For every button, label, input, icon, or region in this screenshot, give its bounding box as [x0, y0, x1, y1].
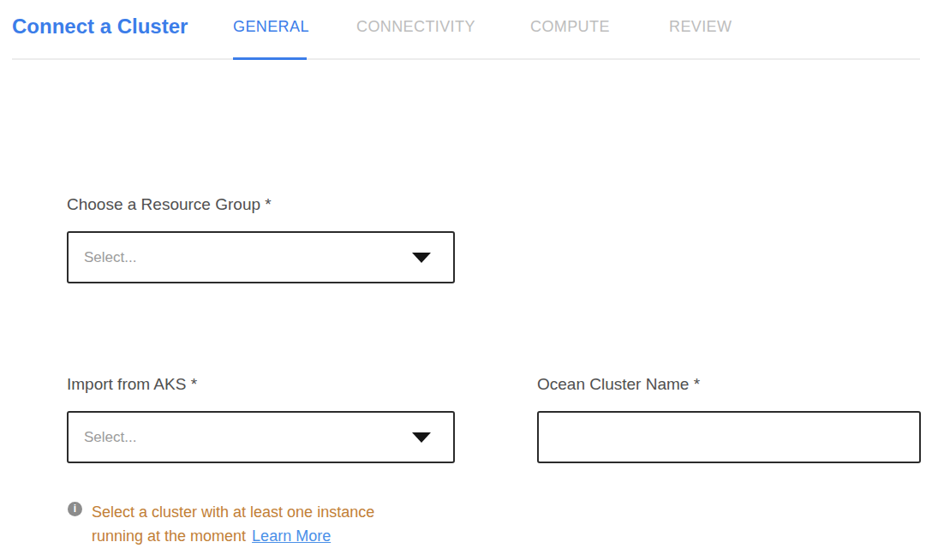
info-message-text: Select a cluster with at least one insta… — [92, 503, 374, 545]
info-icon: i — [68, 502, 82, 516]
tab-review[interactable]: REVIEW — [669, 18, 732, 36]
connect-cluster-page: Connect a Cluster GENERAL CONNECTIVITY C… — [0, 0, 932, 560]
active-tab-underline — [233, 57, 307, 60]
resource-group-label: Choose a Resource Group * — [67, 195, 272, 214]
import-aks-select[interactable]: Select... — [67, 411, 455, 463]
chevron-down-icon — [412, 432, 431, 443]
page-title: Connect a Cluster — [12, 15, 188, 39]
tab-general[interactable]: GENERAL — [233, 18, 309, 36]
resource-group-placeholder: Select... — [84, 249, 136, 266]
learn-more-link[interactable]: Learn More — [252, 527, 331, 545]
chevron-down-icon — [412, 253, 431, 263]
header-divider — [12, 58, 920, 60]
import-aks-placeholder: Select... — [84, 429, 136, 446]
ocean-cluster-name-input[interactable] — [537, 411, 921, 463]
tab-connectivity[interactable]: CONNECTIVITY — [356, 18, 475, 36]
info-message: Select a cluster with at least one insta… — [92, 500, 419, 548]
tab-compute[interactable]: COMPUTE — [530, 18, 610, 36]
ocean-cluster-name-label: Ocean Cluster Name * — [537, 375, 700, 394]
resource-group-select[interactable]: Select... — [67, 231, 455, 283]
import-aks-label: Import from AKS * — [67, 375, 197, 394]
